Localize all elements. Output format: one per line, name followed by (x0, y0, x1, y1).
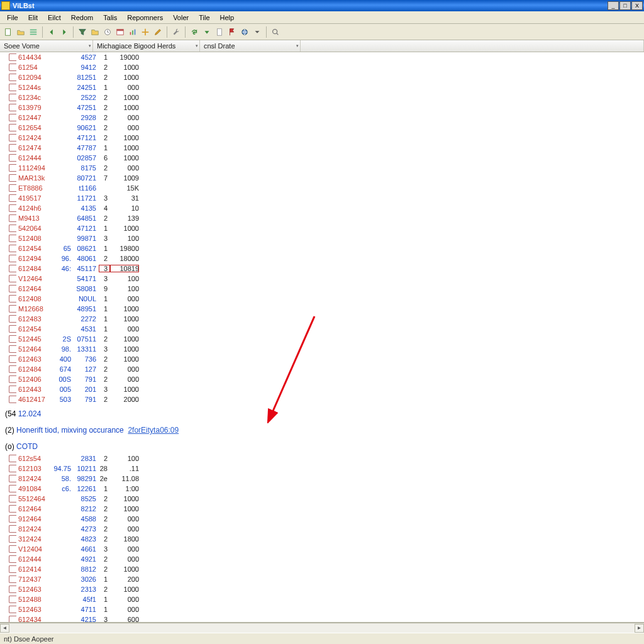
row-bracket-icon (9, 525, 16, 533)
table-row[interactable]: 491084c6.1226111:00 (0, 484, 644, 494)
table-row[interactable]: 41951711721331 (0, 193, 644, 203)
table-row[interactable]: 51246498.1331131000 (0, 344, 644, 354)
pencil-icon[interactable] (152, 26, 164, 38)
plus-icon[interactable] (140, 26, 151, 38)
table-row[interactable]: 5512464852521000 (0, 494, 644, 504)
table-row[interactable]: 612464821221000 (0, 504, 644, 514)
column-header-1[interactable]: Michagiace Bigood Herds▾ (93, 40, 200, 52)
menu-redom[interactable]: Redom (67, 13, 97, 23)
cell-col3: 2 (99, 495, 110, 502)
page-icon[interactable] (214, 26, 225, 38)
section-2-link[interactable]: 2forEityta06:09 (128, 426, 179, 435)
menu-elit[interactable]: Elit (24, 13, 42, 23)
filter-icon[interactable] (77, 26, 88, 38)
table-row[interactable]: 51248845f11000 (0, 594, 644, 604)
column-header-0[interactable]: Soee Vome▾ (0, 40, 93, 52)
content-scroll[interactable]: 6144344527119000612549412210006120948125… (0, 52, 644, 622)
table-row[interactable]: 61246340073621000 (0, 354, 644, 364)
maximize-button[interactable]: □ (619, 1, 631, 10)
table-row[interactable]: MAR13k8072171009 (0, 173, 644, 183)
forward-icon[interactable] (58, 26, 70, 38)
table-row[interactable]: 111249481752000 (0, 163, 644, 173)
menu-repomners[interactable]: Repomners (123, 13, 167, 23)
table-row[interactable]: 612483227211000 (0, 314, 644, 324)
down-icon[interactable] (201, 26, 213, 38)
column-sort-icon[interactable]: ▾ (196, 43, 198, 48)
table-row[interactable]: 6139794725121000 (0, 103, 644, 113)
table-row[interactable]: 612654906212000 (0, 123, 644, 133)
table-row[interactable]: 61254941221000 (0, 62, 644, 72)
menu-tile[interactable]: Tile (194, 13, 214, 23)
scroll-track[interactable] (9, 624, 635, 633)
table-row[interactable]: ET8886t116615K (0, 183, 644, 193)
table-row[interactable]: 51244s242511000 (0, 82, 644, 92)
table-row[interactable]: 81242442732000 (0, 524, 644, 534)
table-row[interactable]: 612408N0UL1000 (0, 294, 644, 304)
table-row[interactable]: 4124h64135410 (0, 203, 644, 213)
table-row[interactable]: 512463231321000 (0, 584, 644, 594)
column-sort-icon[interactable]: ▾ (89, 43, 91, 48)
table-row[interactable]: 61245445311000 (0, 324, 644, 334)
menu-eilct[interactable]: Eilct (43, 13, 65, 23)
globe-icon[interactable] (239, 26, 250, 38)
list-icon[interactable] (28, 26, 39, 38)
table-row[interactable]: V1240446613000 (0, 544, 644, 554)
table-row[interactable]: 6124744778711000 (0, 143, 644, 153)
table-row[interactable]: 61244449212000 (0, 554, 644, 564)
table-row[interactable]: 61234c252221000 (0, 92, 644, 103)
table-row[interactable]: 312424482321800 (0, 534, 644, 544)
table-row[interactable]: 61244729282000 (0, 113, 644, 123)
table-row[interactable]: 61248446:45117310819 (0, 264, 644, 274)
table-row[interactable]: 61210394.751021128.11 (0, 464, 644, 474)
minimize-button[interactable]: _ (608, 1, 619, 10)
table-row[interactable]: 81242458.982912e11.08 (0, 474, 644, 484)
table-row[interactable]: 6124244712121000 (0, 133, 644, 143)
table-row[interactable]: 6124546508621119800 (0, 243, 644, 253)
table-row[interactable]: M9413648512139 (0, 213, 644, 223)
dropdown-icon[interactable] (252, 26, 263, 38)
table-row[interactable]: 6120948125121000 (0, 72, 644, 82)
horizontal-scrollbar[interactable]: ◄ ► (0, 623, 644, 633)
table-row[interactable]: 5420644712111000 (0, 223, 644, 233)
zoom-icon[interactable] (270, 26, 281, 38)
table-row[interactable]: 6124846741272000 (0, 364, 644, 374)
table-row[interactable]: 6124440285761000 (0, 153, 644, 163)
wrench-icon[interactable] (170, 26, 182, 38)
table-row[interactable]: 5124452S0751121000 (0, 334, 644, 344)
table-row[interactable]: 512408998713100 (0, 233, 644, 243)
column-sort-icon[interactable]: ▾ (296, 43, 299, 48)
table-row[interactable]: 61244300520131000 (0, 384, 644, 394)
cell-col3: 2 (99, 375, 110, 383)
new-icon[interactable] (3, 26, 14, 38)
clock-icon[interactable] (102, 26, 113, 38)
table-row[interactable]: 71243730261200 (0, 574, 644, 584)
table-row[interactable]: 51240600S7912000 (0, 374, 644, 384)
table-row[interactable]: 6144344527119000 (0, 52, 644, 62)
chart-icon[interactable] (127, 26, 138, 38)
flag-icon[interactable] (226, 26, 238, 38)
table-row[interactable]: 612s5428312100 (0, 453, 644, 464)
table-row[interactable]: M126684895111000 (0, 304, 644, 314)
close-button[interactable]: X (631, 1, 643, 10)
menu-talis[interactable]: Talis (99, 13, 121, 23)
table-row[interactable]: 612414881221000 (0, 564, 644, 574)
table-row[interactable]: 61243442153600 (0, 614, 644, 622)
table-row[interactable]: 612464S80819100 (0, 284, 644, 294)
table-row[interactable]: V12464541713100 (0, 274, 644, 284)
table-row[interactable]: 61249496.48061218000 (0, 253, 644, 264)
table-row[interactable]: 91246445882000 (0, 514, 644, 524)
open-icon[interactable] (15, 26, 26, 38)
menu-voler[interactable]: Voler (169, 13, 193, 23)
table-row[interactable]: 461241750379122000 (0, 394, 644, 404)
cell-col2: 12261 (74, 485, 99, 492)
refresh-icon[interactable] (189, 26, 200, 38)
scroll-right-button[interactable]: ► (635, 624, 644, 633)
folder-icon[interactable] (89, 26, 101, 38)
menu-file[interactable]: File (3, 13, 23, 23)
scroll-left-button[interactable]: ◄ (0, 624, 9, 633)
table-row[interactable]: 51246347111000 (0, 604, 644, 614)
calendar-icon[interactable] (114, 26, 126, 38)
menu-help[interactable]: Help (216, 13, 239, 23)
back-icon[interactable] (46, 26, 57, 38)
column-header-2[interactable]: cnsl Drate▾ (200, 40, 301, 52)
